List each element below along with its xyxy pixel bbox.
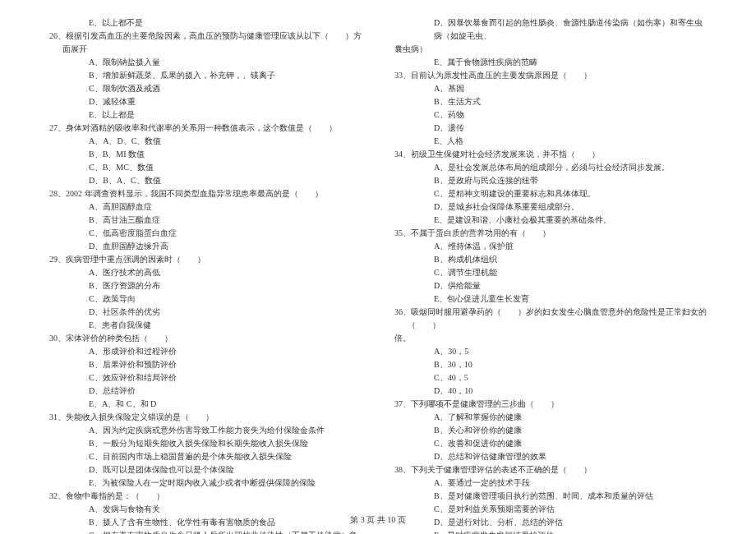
option-line: A、了解和掌握你的健康 [394,411,707,424]
question-line: 34、初级卫生保健对社会经济发展来说，并不指（ ） [394,148,707,161]
option-line: B、一般分为短期失能收入损失保险和长期失能收入损失保险 [49,437,362,450]
option-line: D、供给能量 [394,279,707,292]
option-line: B、关心和评价你的健康 [394,424,707,437]
question-line: 30、宋体评价的种类包括（ ） [49,332,362,345]
option-line: A、高胆固醇血症 [49,200,362,214]
question-line: 倍。 [394,332,707,345]
option-line: E、人格 [394,135,707,148]
option-line: B、生活方式 [394,95,707,108]
option-line: E、A、和 C、和 D [49,398,362,411]
option-line: E、患者自我保健 [49,319,362,332]
option-line: A、医疗技术的高低 [49,266,362,279]
option-line: A、是社会发展总体布局的组成部分，必须与社会经济同步发展。 [394,161,707,174]
option-line: C、40，5 [394,371,707,384]
option-line: B、构成机体组织 [394,253,707,266]
option-line: A、A、D、C、数值 [49,135,362,148]
option-line: B、是政府与民众连接的纽带 [394,174,707,187]
option-line: C、B、MC、数值 [49,161,362,174]
option-line: E、包心促进儿童生长发育 [394,292,707,306]
option-line: B、增加新鲜蔬菜、瓜果的摄入，补充钾，、镁离子 [49,69,362,82]
question-line: 36、吸烟同时服用避孕药的（ ）岁的妇女发生心脑血管意外的危险性是正常妇女的（ … [394,306,707,332]
left-column: E、以上都不是26、根据引发高血压的主要危险因素，高血压的预防与健康管理应该从以… [49,16,362,493]
option-line: A、因为约定疾病或意外伤害导致工作能力丧失为给付保险金条件 [49,424,362,437]
option-line: C、低高密度脂蛋白血症 [49,227,362,240]
option-line: C、把有毒有害物质当作食品摄人后所出现的非传染性（不属于传染病）急性、亚急性疾病 [49,529,362,534]
option-line: D、是城乡社会保障体系重要组成部分。 [394,200,707,214]
option-line: C、效应评价和结局评价 [49,371,362,384]
option-line: A、基因 [394,82,707,95]
option-line: B、医疗资源的分布 [49,279,362,292]
question-line: 29、疾病管理中重点强调的因素时（ ） [49,253,362,266]
option-line: A、形成评价和过程评价 [49,345,362,358]
option-line: B、高甘油三酯血症 [49,214,362,227]
option-line: D、血胆固醇边缘升高 [49,240,362,253]
content-columns: E、以上都不是26、根据引发高血压的主要危险因素，高血压的预防与健康管理应该从以… [49,16,707,493]
option-line: A、30，5 [394,345,707,358]
option-line: E、以上都不是 [49,16,362,30]
option-line: E、以上都是 [49,108,362,122]
option-line: B、B、MI 数值 [49,148,362,161]
option-line: D、总结评价 [49,384,362,398]
question-line: 35、不属于蛋白质的营养功用的有（ ） [394,227,707,240]
option-line: C、改善和促进你的健康 [394,437,707,450]
option-line: D、B、A、C、数值 [49,174,362,187]
question-line: 31、失能收入损失保险定义错误的是（ ） [49,411,362,424]
option-line: E、为被保险人在一定时期内收入减少或者中断提供保障的保险 [49,476,362,490]
question-line: 32、食物中毒指的是：（ ） [49,490,362,503]
option-line: B、后果评价和预防评价 [49,358,362,371]
right-column: D、因暴饮暴食而引起的急性肠炎、食源性肠道传染病（如伤寒）和寄生虫病（如旋毛虫、… [394,16,707,493]
question-line: 37、下列哪项不是健康管理的三步曲（ ） [394,398,707,411]
option-line: C、药物 [394,108,707,122]
question-line: 囊虫病） [394,43,707,56]
question-line: 33、目前认为原发性高血压的主要发病原因是（ ） [394,69,707,82]
option-line: D、总结和评估健康管理的效果 [394,450,707,463]
question-line: 38、下列关于健康管理评估的表述不正确的是（ ） [394,463,707,476]
option-line: E、是建设和谐、小康社会极其重要的基础条件。 [394,214,707,227]
option-line: C、目前国内市场上稳固普遍的是个体失能收入损失保险 [49,450,362,463]
option-line: D、40，10 [394,384,707,398]
question-line: 26、根据引发高血压的主要危险因素，高血压的预防与健康管理应该从以下（ ）方面展… [49,30,362,56]
option-line: D、因暴饮暴食而引起的急性肠炎、食源性肠道传染病（如伤寒）和寄生虫病（如旋毛虫、 [394,16,707,43]
option-line: D、减轻体重 [49,95,362,108]
option-line: C、限制饮酒及戒酒 [49,82,362,95]
option-line: B、30，10 [394,358,707,371]
option-line: A、维持体温，保护脏 [394,240,707,253]
option-line: E、属于食物源性疾病的范畴 [394,56,707,69]
page-footer: 第 3 页 共 10 页 [0,514,756,526]
option-line: A、要通过一定的技术手段 [394,476,707,490]
option-line: C、调节生理机能 [394,266,707,279]
question-line: 28、2002 年调查资料显示，我国不同类型血脂异常现患率最高的是（ ） [49,187,362,200]
option-line: D、遗传 [394,122,707,135]
question-line: 27、身体对酒精的吸收率和代谢率的关系用一种数值表示，这个数值是（ ） [49,122,362,135]
option-line: C、是精神文明建设的重要标志和具体体现。 [394,187,707,200]
option-line: B、是对健康管理项目执行的范围、时间、成本和质量的评估 [394,490,707,503]
option-line: D、既可以是团体保险也可以是个体保险 [49,463,362,476]
option-line: C、政策导向 [49,292,362,306]
option-line: D、社区条件的优劣 [49,306,362,319]
option-line: A、限制钠盐摄入量 [49,56,362,69]
option-line: E、是对疾病发生发展结果的评估 [394,529,707,534]
